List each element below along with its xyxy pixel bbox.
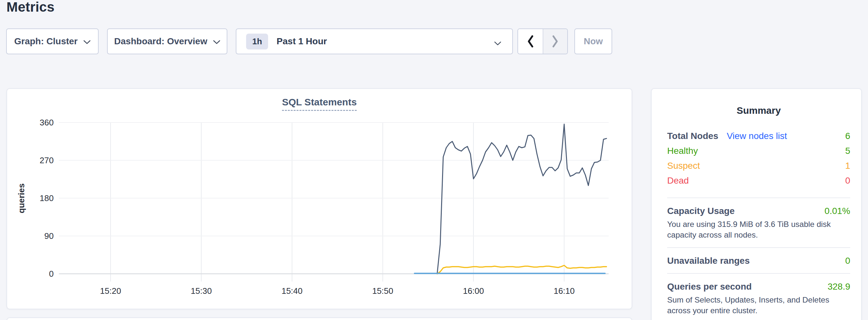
suspect-label: Suspect (667, 161, 700, 171)
summary-panel: Summary Total Nodes View nodes list 6 He… (651, 88, 862, 320)
svg-text:15:20: 15:20 (100, 286, 121, 296)
svg-text:90: 90 (44, 231, 54, 241)
time-next-button[interactable] (542, 29, 567, 54)
capacity-usage-section: Capacity Usage 0.01% You are using 315.9… (667, 206, 850, 240)
dashboard-dropdown-label: Dashboard: Overview (114, 36, 207, 46)
svg-text:270: 270 (40, 156, 54, 165)
now-button[interactable]: Now (575, 28, 612, 54)
time-range-dropdown[interactable]: 1h Past 1 Hour (236, 28, 513, 54)
chevron-down-icon (84, 40, 91, 44)
queries-per-second-value: 328.9 (828, 282, 850, 292)
queries-per-second-label: Queries per second (667, 282, 751, 292)
capacity-usage-value: 0.01% (825, 206, 850, 216)
summary-title: Summary (667, 105, 850, 116)
dead-label: Dead (667, 175, 689, 186)
view-nodes-list-link[interactable]: View nodes list (727, 131, 787, 141)
chevron-down-icon (494, 41, 501, 45)
total-nodes-row: Total Nodes View nodes list 6 (667, 131, 850, 146)
sql-statements-chart-card: SQL Statements queries 15:2015:3015:4015… (6, 88, 632, 309)
capacity-usage-label: Capacity Usage (667, 206, 735, 216)
dead-nodes-row: Dead 0 (667, 175, 850, 190)
node-status-block: Total Nodes View nodes list 6 Healthy 5 … (667, 131, 850, 190)
healthy-nodes-row: Healthy 5 (667, 146, 850, 161)
svg-text:15:50: 15:50 (372, 286, 393, 296)
controls-bar: Graph: Cluster Dashboard: Overview 1h Pa… (6, 28, 612, 54)
svg-text:16:00: 16:00 (463, 286, 484, 296)
unavailable-ranges-label: Unavailable ranges (667, 256, 750, 266)
graph-dropdown[interactable]: Graph: Cluster (6, 28, 99, 54)
svg-text:15:40: 15:40 (281, 286, 302, 296)
healthy-label: Healthy (667, 146, 698, 156)
svg-text:16:10: 16:10 (554, 286, 575, 296)
next-chart-card (6, 317, 632, 320)
svg-text:360: 360 (40, 118, 54, 127)
healthy-value: 5 (845, 146, 850, 156)
dead-value: 0 (845, 175, 850, 186)
divider (667, 273, 850, 274)
svg-text:0: 0 (49, 269, 54, 279)
time-nav-group (518, 28, 568, 54)
time-range-label: Past 1 Hour (277, 36, 327, 46)
queries-per-second-section: Queries per second 328.9 Sum of Selects,… (667, 282, 850, 316)
time-prev-button[interactable] (518, 29, 542, 54)
divider (667, 197, 850, 198)
svg-text:180: 180 (40, 193, 54, 203)
divider (667, 247, 850, 248)
graph-dropdown-label: Graph: Cluster (14, 36, 78, 46)
sql-statements-chart[interactable]: 15:2015:3015:4015:5016:0016:100901802703… (7, 89, 633, 310)
suspect-value: 1 (845, 161, 850, 171)
capacity-usage-description: You are using 315.9 MiB of 3.6 TiB usabl… (667, 219, 850, 240)
chevron-down-icon (213, 40, 220, 44)
chevron-left-icon (526, 35, 534, 48)
total-nodes-value: 6 (845, 131, 850, 141)
unavailable-ranges-value: 0 (845, 256, 850, 266)
page-title: Metrics (6, 0, 54, 17)
queries-per-second-description: Sum of Selects, Updates, Inserts, and De… (667, 294, 850, 316)
unavailable-ranges-section: Unavailable ranges 0 (667, 256, 850, 266)
chevron-right-icon (551, 35, 559, 48)
svg-text:15:30: 15:30 (191, 286, 212, 296)
dashboard-dropdown[interactable]: Dashboard: Overview (107, 28, 227, 54)
time-range-badge: 1h (246, 34, 268, 50)
suspect-nodes-row: Suspect 1 (667, 161, 850, 175)
metrics-page: Metrics Graph: Cluster Dashboard: Overvi… (0, 0, 868, 320)
total-nodes-label: Total Nodes (667, 131, 718, 141)
